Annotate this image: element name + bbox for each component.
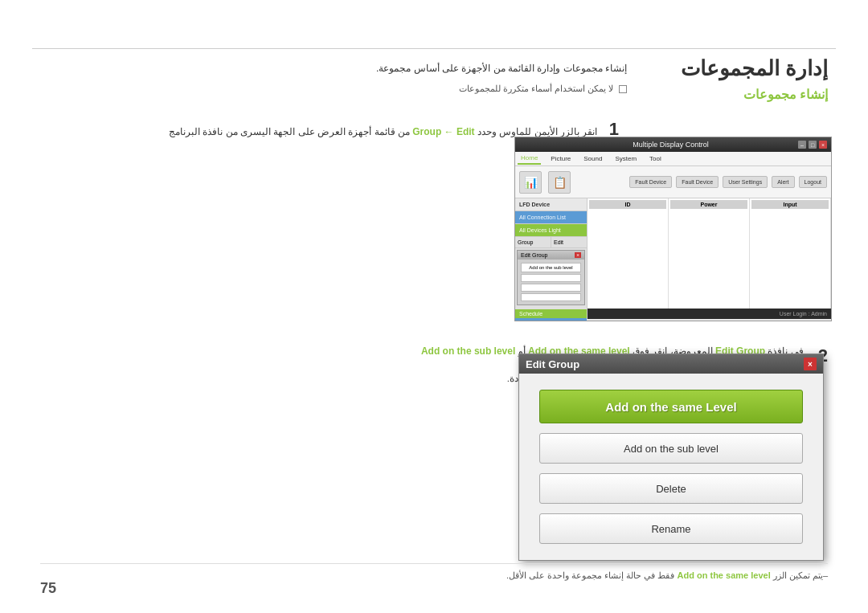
eg-dialog-close[interactable]: × [804,358,817,370]
eg-small-title: Edit Group [521,252,547,258]
bottom-note: –يتم تمكين الزر Add on the same level فق… [40,563,828,581]
eg-small-titlebar: Edit Group × [518,251,584,260]
user-settings-btn[interactable]: User Settings [723,176,768,188]
intro-line2: لا يمكن استخدام أسماء متكررة للمجموعات [161,81,627,97]
col-input: Input [750,198,831,309]
col-input-header: Input [751,200,829,209]
eg-dialog-titlebar: Edit Group × [519,354,823,374]
sidebar-edit[interactable]: Edit [551,237,587,247]
mdc-main-area: LFD Device All Connection List All Devic… [515,198,831,319]
nav-picture[interactable]: Picture [547,153,574,164]
mdc-window: Multiple Display Control – □ × Home Pict… [515,137,831,321]
col-id-header: ID [589,200,666,209]
mdc-toolbar: 📊 📋 Fault Device Fault Device User Setti… [515,166,831,198]
sidebar-lfd-device[interactable]: LFD Device [515,198,587,211]
minimize-icon[interactable]: – [798,141,806,149]
mdc-screenshot: Multiple Display Control – □ × Home Pict… [514,137,832,321]
nav-sound[interactable]: Sound [580,153,605,164]
mdc-window-controls: – □ × [798,141,827,149]
checkbox-marker [619,85,627,93]
eg-btn-add-sub-level[interactable]: Add on the sub level [539,433,803,464]
user-bar: User Login : Admin [588,309,831,319]
step1-highlight: Group ← Edit [412,126,474,137]
nav-home[interactable]: Home [518,153,541,165]
mdc-sidebar: LFD Device All Connection List All Devic… [515,198,588,319]
fault-device2-btn[interactable]: Fault Device [676,176,719,188]
step2-add-sub: Add on the sub level [421,345,515,357]
mdc-nav: Home Picture Sound System Tool [515,152,831,166]
eg-small-btn4[interactable] [521,293,581,301]
edit-group-popup-small-container: Edit Group × Add on the sub level [517,250,585,305]
sidebar-group-edit-row: Group Edit [515,237,587,248]
eg-small-btn3[interactable] [521,284,581,292]
eg-small-btn2[interactable] [521,274,581,282]
col-power-header: Power [670,200,747,209]
main-title: إدارة المجموعات [681,56,828,81]
mdc-title: Multiple Display Control [543,141,798,149]
edit-group-small-popup: Edit Group × Add on the sub level [517,250,585,305]
mdc-content-area: ID Power Input User Login : Admin [588,198,831,319]
eg-small-body: Add on the sub level [518,260,584,304]
page-number: 75 [40,580,56,597]
mdc-titlebar: Multiple Display Control – □ × [515,137,831,152]
tool-icon-2[interactable]: 📋 [548,171,571,194]
edit-group-dialog: Edit Group × Add on the same Level Add o… [518,353,824,561]
user-bar-text: User Login : Admin [780,311,827,317]
top-divider [32,48,836,49]
eg-dialog-title: Edit Group [526,358,579,370]
bottom-note-highlight: Add on the same level [678,570,771,580]
eg-btn-rename[interactable]: Rename [539,513,803,544]
schedule-sub[interactable]: All Schedule List [515,318,587,321]
sidebar-group[interactable]: Group [515,237,551,247]
intro-text-block: إنشاء مجموعات وإدارة القائمة من الأجهزة … [161,60,627,96]
col-power: Power [669,198,750,309]
nav-system[interactable]: System [612,153,640,164]
section-heading: إنشاء مجموعات [743,87,828,102]
logout-btn[interactable]: Logout [799,176,827,188]
intro-line1: إنشاء مجموعات وإدارة القائمة من الأجهزة … [161,60,627,78]
tool-icon-1[interactable]: 📊 [519,171,542,194]
col-id: ID [588,198,669,309]
sidebar-connection-list[interactable]: All Connection List [515,211,587,224]
schedule-label: Schedule [515,309,587,318]
sidebar-devices-light[interactable]: All Devices Light [515,224,587,237]
eg-btn-delete[interactable]: Delete [539,473,803,504]
schedule-section: Schedule All Schedule List [515,309,587,321]
close-icon[interactable]: × [819,141,827,149]
eg-btn-add-same-level[interactable]: Add on the same Level [539,390,803,423]
mdc-columns: ID Power Input [588,198,831,309]
fault-device-btn[interactable]: Fault Device [629,176,672,188]
maximize-icon[interactable]: □ [809,141,817,149]
nav-tool[interactable]: Tool [646,153,665,164]
eg-dialog-body: Add on the same Level Add on the sub lev… [519,374,823,560]
eg-small-add-sub[interactable]: Add on the sub level [521,263,581,272]
eg-small-close[interactable]: × [575,252,581,258]
alert-btn[interactable]: Alert [772,176,794,188]
step1-text: انقر بالزر الأيمن للماوس وحدد Group ← Ed… [169,126,597,137]
